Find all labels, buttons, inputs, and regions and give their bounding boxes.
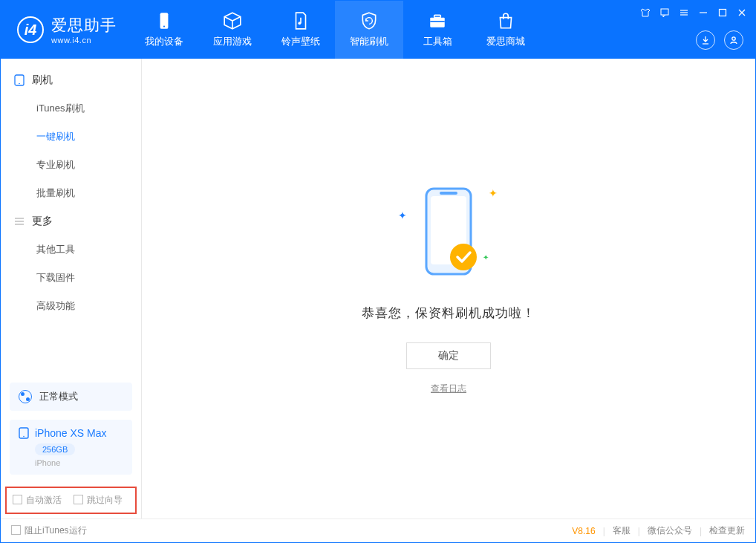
wechat-link[interactable]: 微信公众号: [648, 524, 692, 537]
sidebar-section-flash: 刷机: [1, 66, 141, 94]
header: i4 爱思助手 www.i4.cn 我的设备 应用游戏 铃声壁纸 智能刷机: [1, 1, 755, 59]
maximize-button[interactable]: [714, 5, 731, 20]
body: 刷机 iTunes刷机 一键刷机 专业刷机 批量刷机 更多 其他工具 下载固件 …: [1, 59, 755, 518]
view-log-link[interactable]: 查看日志: [431, 383, 466, 395]
logo-icon: i4: [17, 16, 44, 43]
svg-rect-5: [430, 21, 445, 22]
close-button[interactable]: [733, 5, 751, 20]
sidebar-item-batch-flash[interactable]: 批量刷机: [1, 179, 141, 207]
music-file-icon: [291, 11, 310, 30]
mode-card[interactable]: 正常模式: [10, 383, 132, 411]
shield-refresh-icon: [359, 11, 379, 30]
svg-point-26: [450, 244, 477, 270]
device-icon: [19, 427, 29, 439]
nav-my-device[interactable]: 我的设备: [130, 1, 198, 59]
nav-apps-games[interactable]: 应用游戏: [198, 1, 267, 59]
bag-icon: [496, 11, 515, 30]
app-title: 爱思助手: [51, 15, 117, 36]
success-illustration: ✦ ✦ ✦: [404, 183, 493, 287]
nav-store[interactable]: 爱思商城: [472, 1, 540, 59]
sparkle-icon: ✦: [489, 187, 498, 199]
svg-rect-4: [434, 15, 441, 17]
nav-smart-flash[interactable]: 智能刷机: [335, 1, 403, 59]
menu-icon[interactable]: [675, 5, 693, 20]
sidebar-item-advanced[interactable]: 高级功能: [1, 292, 141, 320]
svg-point-2: [298, 22, 301, 25]
shirt-icon[interactable]: [636, 5, 654, 20]
sidebar-item-oneclick-flash[interactable]: 一键刷机: [1, 123, 141, 151]
skip-guide-checkbox[interactable]: 跳过向导: [74, 494, 123, 507]
support-link[interactable]: 客服: [613, 524, 630, 537]
device-name: iPhone XS Max: [35, 427, 107, 439]
svg-point-1: [163, 26, 165, 27]
svg-rect-3: [430, 18, 445, 27]
block-itunes-checkbox[interactable]: 阻止iTunes运行: [11, 524, 87, 537]
svg-rect-6: [661, 9, 668, 15]
device-type: iPhone: [35, 458, 123, 467]
sidebar-item-pro-flash[interactable]: 专业刷机: [1, 151, 141, 179]
main-content: ✦ ✦ ✦ 恭喜您，保资料刷机成功啦！ 确定 查看日志: [142, 59, 755, 518]
device-card[interactable]: iPhone XS Max 256GB iPhone: [10, 420, 132, 475]
version-label: V8.16: [572, 526, 595, 536]
phone-icon: [154, 11, 174, 30]
cube-icon: [223, 11, 242, 30]
device-storage-badge: 256GB: [35, 443, 75, 455]
success-message: 恭喜您，保资料刷机成功啦！: [362, 305, 535, 322]
svg-point-22: [23, 436, 25, 438]
window-controls: [636, 5, 751, 20]
user-icon[interactable]: [724, 30, 743, 50]
top-nav: 我的设备 应用游戏 铃声壁纸 智能刷机 工具箱 爱思商城: [130, 1, 540, 59]
header-action-icons: [696, 30, 743, 50]
feedback-icon[interactable]: [656, 5, 674, 20]
svg-point-17: [19, 83, 20, 85]
nav-toolbox[interactable]: 工具箱: [403, 1, 472, 59]
check-update-link[interactable]: 检查更新: [709, 524, 745, 537]
device-outline-icon: [14, 74, 25, 86]
nav-ringtone-wallpaper[interactable]: 铃声壁纸: [267, 1, 335, 59]
ok-button[interactable]: 确定: [406, 342, 491, 369]
app-window: i4 爱思助手 www.i4.cn 我的设备 应用游戏 铃声壁纸 智能刷机: [0, 0, 756, 543]
download-icon[interactable]: [696, 30, 715, 50]
sidebar-section-more: 更多: [1, 207, 141, 235]
bottom-options-highlight: 自动激活 跳过向导: [5, 487, 137, 514]
svg-point-15: [732, 37, 735, 40]
sidebar: 刷机 iTunes刷机 一键刷机 专业刷机 批量刷机 更多 其他工具 下载固件 …: [1, 59, 142, 518]
svg-rect-25: [440, 192, 457, 195]
toolbox-icon: [428, 11, 447, 30]
svg-rect-11: [720, 10, 726, 16]
sidebar-item-itunes-flash[interactable]: iTunes刷机: [1, 94, 141, 123]
auto-activate-checkbox[interactable]: 自动激活: [13, 494, 62, 507]
mode-label: 正常模式: [39, 390, 78, 403]
app-subtitle: www.i4.cn: [51, 36, 117, 45]
sidebar-item-download-firmware[interactable]: 下载固件: [1, 264, 141, 292]
minimize-button[interactable]: [694, 5, 712, 20]
sidebar-item-other-tools[interactable]: 其他工具: [1, 235, 141, 264]
mode-icon: [19, 390, 32, 403]
sparkle-icon: ✦: [398, 209, 407, 221]
status-bar: 阻止iTunes运行 V8.16 | 客服 | 微信公众号 | 检查更新: [1, 518, 755, 542]
sparkle-icon: ✦: [483, 253, 489, 261]
list-icon: [14, 216, 25, 227]
logo-area: i4 爱思助手 www.i4.cn: [1, 1, 130, 59]
